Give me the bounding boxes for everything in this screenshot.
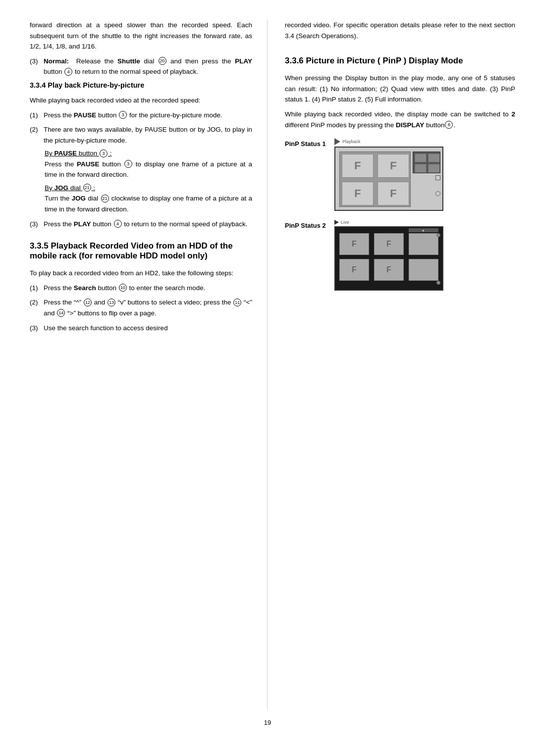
search-bold: Search bbox=[74, 284, 96, 292]
pinp-status-1-row: PinP Status 1 Playback F bbox=[285, 138, 515, 211]
continuation-para-1: forward direction at a speed slower than… bbox=[30, 20, 252, 52]
circle-13: 13 bbox=[107, 299, 115, 306]
section-336-heading: 3.3.6 Picture in Picture ( PinP ) Displa… bbox=[285, 56, 515, 66]
pinp1-arrow-icon bbox=[334, 138, 340, 145]
play-bold-2: PLAY bbox=[74, 220, 91, 228]
335-num-1: (1) bbox=[30, 283, 44, 294]
by-pause-block: By PAUSE button 3 : Press the PAUSE butt… bbox=[30, 150, 252, 180]
335-item-1: (1) Press the Search button 10 to enter … bbox=[30, 283, 252, 294]
circle-8: 8 bbox=[445, 121, 453, 129]
section-335-heading: 3.3.5 Playback Recorded Video from an HD… bbox=[30, 241, 252, 261]
335-num-2: (2) bbox=[30, 297, 44, 318]
normal-label: Normal: bbox=[44, 57, 69, 65]
pinp2-arrow-icon bbox=[334, 220, 339, 225]
pinp1-diagram: F F F F bbox=[334, 147, 443, 211]
circle-12: 12 bbox=[84, 299, 92, 306]
display-bold: DISPLAY bbox=[396, 121, 424, 129]
section-336-intro1: When pressing the Display button in the … bbox=[285, 73, 515, 105]
page-number: 19 bbox=[0, 709, 535, 726]
circle-3a: 3 bbox=[119, 111, 127, 119]
circle-4: 4 bbox=[64, 68, 72, 76]
section-334-heading: 3.3.4 Play back Picture-by-picture bbox=[30, 81, 252, 89]
334-num-3: (3) bbox=[30, 219, 44, 230]
circle-21a: 21 bbox=[83, 184, 91, 192]
pinp-diagrams: PinP Status 1 Playback F bbox=[285, 138, 515, 291]
335-item-1-content: Press the Search button 10 to enter the … bbox=[44, 283, 252, 294]
section-335: 3.3.5 Playback Recorded Video from an HD… bbox=[30, 241, 252, 333]
shuttle-bold: Shuttle bbox=[117, 57, 140, 65]
334-item-1-content: Press the PAUSE button 3 for the picture… bbox=[44, 110, 252, 121]
335-item-3: (3) Use the search function to access de… bbox=[30, 323, 252, 334]
section-335-intro: To play back a recorded video from an HD… bbox=[30, 268, 252, 279]
section-334: 3.3.4 Play back Picture-by-picture While… bbox=[30, 81, 252, 229]
2-bold: 2 bbox=[511, 110, 515, 118]
pinp-status-1-label: PinP Status 1 bbox=[285, 138, 334, 148]
jog-bold: JOG bbox=[54, 184, 69, 192]
circle-4b: 4 bbox=[114, 220, 122, 228]
page: forward direction at a speed slower than… bbox=[0, 0, 535, 756]
circle-3c: 3 bbox=[124, 160, 132, 168]
335-item-3-content: Use the search function to access desire… bbox=[44, 323, 252, 334]
circle-14: 14 bbox=[57, 309, 65, 317]
by-jog-block: By JOG dial 21 : Turn the JOG dial 21 cl… bbox=[30, 184, 252, 215]
jog-bold-2: JOG bbox=[72, 195, 86, 202]
section-334-intro: While playing back recorded video at the… bbox=[30, 95, 252, 106]
pinp2-diagram: F F F F ► bbox=[334, 226, 443, 291]
pinp1-playback-label: Playback bbox=[342, 139, 361, 144]
left-column: forward direction at a speed slower than… bbox=[0, 20, 268, 709]
normal-item: (3) Normal: Release the Shuttle dial 20 … bbox=[30, 56, 252, 77]
circle-11: 11 bbox=[233, 299, 241, 306]
circle-21b: 21 bbox=[101, 195, 109, 202]
right-column: recorded video. For specific operation d… bbox=[268, 20, 535, 709]
pause-bold-1: PAUSE bbox=[74, 111, 97, 119]
play-bold-1: PLAY bbox=[235, 57, 252, 65]
335-item-2-content: Press the “^” 12 and 13 “v” buttons to s… bbox=[44, 297, 252, 318]
section-336-intro2: While playing back recorded video, the d… bbox=[285, 109, 515, 130]
by-jog-text: Turn the JOG dial 21 clockwise to displa… bbox=[45, 193, 252, 214]
list-num-3: (3) bbox=[30, 56, 44, 77]
right-top-para: recorded video. For specific operation d… bbox=[285, 20, 515, 41]
content-columns: forward direction at a speed slower than… bbox=[0, 20, 535, 709]
pinp-status-2-row: PinP Status 2 Live F F bbox=[285, 220, 515, 291]
pinp2-live-label: Live bbox=[341, 220, 349, 225]
334-item-2: (2) There are two ways available, by PAU… bbox=[30, 124, 252, 146]
334-item-3: (3) Press the PLAY button 4 to return to… bbox=[30, 219, 252, 230]
normal-item-content: Normal: Release the Shuttle dial 20 and … bbox=[44, 56, 252, 77]
pause-bold-3: PAUSE bbox=[77, 160, 100, 168]
circle-3b: 3 bbox=[100, 150, 107, 157]
circle-10: 10 bbox=[119, 284, 127, 292]
by-jog-label: By JOG dial 21 : bbox=[45, 184, 252, 192]
pinp-status-2-label: PinP Status 2 bbox=[285, 220, 334, 229]
by-pause-label: By PAUSE button 3 : bbox=[45, 150, 252, 157]
circle-20: 20 bbox=[159, 57, 166, 65]
by-pause-text: Press the PAUSE button 3 to display one … bbox=[45, 159, 252, 180]
334-num-2: (2) bbox=[30, 124, 44, 146]
334-item-3-content: Press the PLAY button 4 to return to the… bbox=[44, 219, 252, 230]
334-num-1: (1) bbox=[30, 110, 44, 121]
pause-bold-2: PAUSE bbox=[54, 150, 77, 157]
334-item-2-content: There are two ways available, by PAUSE b… bbox=[44, 124, 252, 146]
334-item-1: (1) Press the PAUSE button 3 for the pic… bbox=[30, 110, 252, 121]
335-item-2: (2) Press the “^” 12 and 13 “v” buttons … bbox=[30, 297, 252, 318]
335-num-3: (3) bbox=[30, 323, 44, 334]
section-336: 3.3.6 Picture in Picture ( PinP ) Displa… bbox=[285, 56, 515, 291]
